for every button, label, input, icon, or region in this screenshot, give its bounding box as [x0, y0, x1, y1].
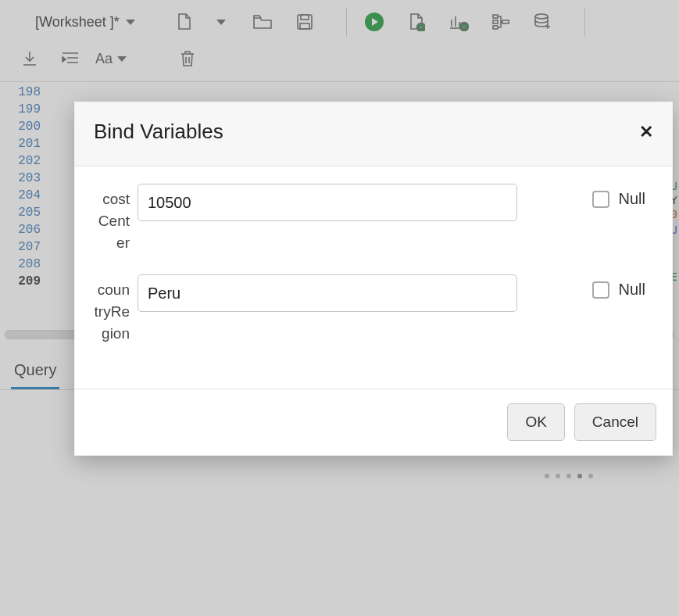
worksheet-name: [Worksheet ]* [35, 14, 120, 30]
line-number: 203 [0, 170, 41, 187]
line-number: 198 [0, 84, 41, 101]
chevron-down-icon [126, 20, 135, 25]
svg-rect-6 [493, 15, 498, 18]
variable-row-countryregion: countryRegion Null [94, 274, 653, 345]
chevron-down-icon[interactable] [216, 20, 226, 25]
line-number: 207 [0, 238, 41, 256]
run-file-icon[interactable] [406, 12, 427, 32]
cancel-button[interactable]: Cancel [574, 403, 656, 441]
svg-rect-2 [300, 23, 309, 29]
null-label: Null [619, 281, 645, 299]
ok-button[interactable]: OK [507, 403, 564, 441]
toolbar-separator [346, 8, 347, 36]
close-button[interactable]: ✕ [639, 122, 653, 142]
svg-point-10 [535, 14, 548, 19]
save-icon[interactable] [295, 12, 315, 32]
line-number: 201 [0, 135, 41, 152]
dialog-body: costCenter Null countryRegion Null [75, 167, 672, 389]
query-result-tab[interactable]: Query [11, 356, 59, 389]
loading-dots [545, 474, 593, 478]
svg-rect-9 [502, 20, 509, 23]
chevron-down-icon [117, 56, 127, 62]
structure-icon[interactable] [491, 12, 511, 32]
costcenter-null-checkbox[interactable] [592, 191, 609, 208]
svg-rect-1 [301, 15, 309, 20]
folder-open-icon[interactable] [252, 12, 273, 32]
line-number: 200 [0, 118, 41, 135]
toolbar-separator [584, 8, 585, 36]
variable-row-costcenter: costCenter Null [94, 184, 653, 254]
line-number: 209 [0, 273, 41, 290]
secondary-toolbar: Aa [0, 44, 679, 81]
database-icon[interactable] [533, 12, 553, 32]
run-chart-icon[interactable] [448, 12, 469, 32]
trash-icon[interactable] [177, 48, 198, 69]
run-icon[interactable] [364, 12, 384, 32]
svg-rect-8 [493, 26, 498, 29]
line-number-gutter: 198199200201202203204205206207208209 [0, 82, 45, 331]
dialog-header: Bind Variables ✕ [75, 102, 672, 167]
line-number: 204 [0, 187, 41, 204]
line-number: 206 [0, 221, 41, 238]
bind-variables-dialog: Bind Variables ✕ costCenter Null country… [74, 102, 673, 456]
costcenter-input[interactable] [138, 184, 517, 221]
worksheet-dropdown[interactable]: [Worksheet ]* [35, 14, 135, 30]
indent-icon[interactable] [60, 48, 80, 69]
line-number: 205 [0, 204, 41, 221]
dialog-title: Bind Variables [94, 120, 223, 144]
download-icon[interactable] [20, 48, 40, 69]
countryregion-label: countryRegion [94, 274, 130, 345]
font-dropdown[interactable]: Aa [101, 48, 121, 69]
main-toolbar: [Worksheet ]* [0, 0, 679, 44]
svg-rect-7 [493, 20, 498, 23]
dialog-footer: OK Cancel [75, 389, 672, 455]
line-number: 199 [0, 101, 41, 118]
line-number: 202 [0, 152, 41, 170]
new-file-icon[interactable] [174, 12, 195, 32]
line-number: 208 [0, 256, 41, 273]
null-label: Null [619, 190, 645, 208]
costcenter-label: costCenter [94, 184, 130, 254]
countryregion-input[interactable] [138, 274, 517, 312]
countryregion-null-checkbox[interactable] [592, 281, 609, 299]
